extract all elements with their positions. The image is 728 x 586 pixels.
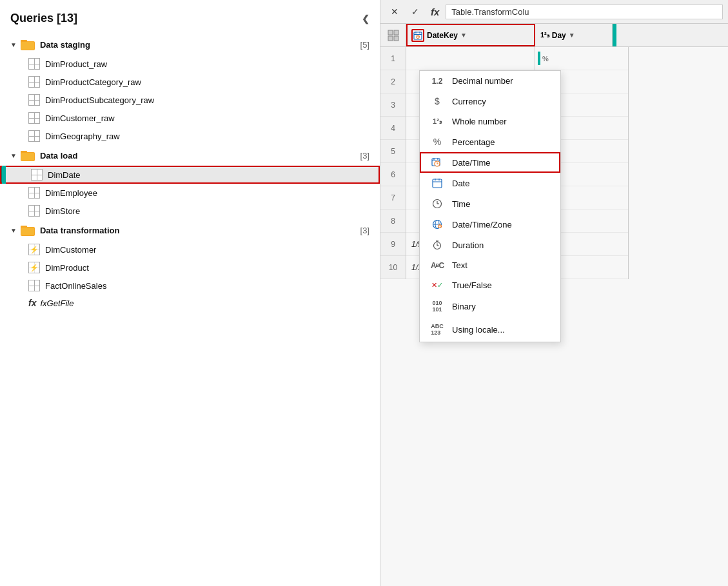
day-dropdown-arrow-icon[interactable]: ▼ <box>569 32 575 39</box>
menu-item-datetime[interactable]: Date/Time <box>420 152 560 173</box>
menu-item-text[interactable]: ABC Text <box>420 255 560 275</box>
row-num-4: 4 <box>380 117 406 140</box>
datekey-type-icon <box>411 29 424 42</box>
active-accent <box>2 166 6 184</box>
datekey-column-header[interactable]: DateKey ▼ <box>406 24 535 46</box>
data-cell <box>551 70 628 93</box>
svg-rect-12 <box>394 36 398 41</box>
cancel-button[interactable]: ✕ <box>386 3 404 21</box>
query-label: DimProduct <box>45 263 89 273</box>
menu-item-label: Date/Time <box>452 158 490 168</box>
menu-item-label: Decimal number <box>452 76 513 86</box>
table-icon <box>31 169 43 181</box>
menu-item-datetimezone[interactable]: Date/Time/Zone <box>420 214 560 235</box>
whole-number-icon: 1²₃ <box>430 117 444 126</box>
query-dimdate[interactable]: DimDate <box>0 166 380 184</box>
data-cell <box>551 93 628 117</box>
main-content-panel: ✕ ✓ fx <box>380 0 728 586</box>
time-icon <box>430 199 444 209</box>
datetimezone-icon <box>430 219 444 230</box>
group-data-staging[interactable]: ▼ Data staging [5] <box>0 34 380 55</box>
triangle-icon: ▼ <box>10 152 17 159</box>
query-label: FactOnlineSales <box>45 281 106 291</box>
query-factonlinesales[interactable]: FactOnlineSales <box>0 277 380 295</box>
menu-item-date[interactable]: Date <box>420 173 560 193</box>
query-dimcustomer[interactable]: ⚡ DimCustomer <box>0 240 380 259</box>
query-dimcustomer-raw[interactable]: DimCustomer_raw <box>0 109 380 127</box>
data-cell <box>551 233 628 256</box>
query-dimproduct-raw[interactable]: DimProduct_raw <box>0 55 380 73</box>
table-icon <box>28 76 40 88</box>
day-type-label: 1²₃ <box>540 31 549 39</box>
query-dimemployee[interactable]: DimEmployee <box>0 184 380 202</box>
svg-rect-2 <box>21 42 34 50</box>
menu-item-duration[interactable]: Duration <box>420 235 560 255</box>
row-num-3: 3 <box>380 93 406 117</box>
data-cell <box>406 47 535 70</box>
calendar-datetime-icon <box>413 31 422 40</box>
query-dimstore[interactable]: DimStore <box>0 202 380 220</box>
menu-item-label: Currency <box>452 97 486 106</box>
triangle-icon: ▼ <box>10 227 17 234</box>
menu-item-whole[interactable]: 1²₃ Whole number <box>420 112 560 132</box>
menu-item-decimal[interactable]: 1.2 Decimal number <box>420 71 560 91</box>
row-numbers: 1 2 3 4 5 6 7 8 9 10 <box>380 47 406 279</box>
menu-item-currency[interactable]: $ Currency <box>420 91 560 112</box>
query-label: fxGetFile <box>40 298 74 308</box>
group-data-load[interactable]: ▼ Data load [3] <box>0 145 380 166</box>
column-header-row: DateKey ▼ 1²₃ Day ▼ <box>380 24 728 47</box>
menu-item-truefalse[interactable]: ✕ ✓ True/False <box>420 275 560 295</box>
formula-bar: ✕ ✓ fx <box>380 0 728 24</box>
fx-symbol: fx <box>427 6 443 17</box>
query-label: DimCustomer_raw <box>45 113 115 123</box>
svg-rect-11 <box>388 36 393 41</box>
menu-item-label: Date/Time/Zone <box>452 220 512 230</box>
row-num-6: 6 <box>380 163 406 186</box>
dropdown-arrow-icon[interactable]: ▼ <box>460 32 467 39</box>
query-list: ▼ Data staging [5] DimProduct_raw DimPro… <box>0 34 380 324</box>
group-transform-label: Data transformation <box>40 226 120 235</box>
menu-item-locale[interactable]: ABC123 Using locale... <box>420 318 560 342</box>
type-dropdown-menu: 1.2 Decimal number $ Currency 1²₃ Whole … <box>419 70 561 342</box>
lightning-table-icon: ⚡ <box>28 262 40 273</box>
query-label: DimGeography_raw <box>45 132 120 141</box>
formula-input[interactable] <box>446 5 723 19</box>
menu-item-label: Using locale... <box>452 325 505 335</box>
query-dimgeography-raw[interactable]: DimGeography_raw <box>0 127 380 145</box>
query-label: DimDate <box>48 170 81 180</box>
folder-icon <box>21 38 35 51</box>
table-icon <box>28 112 40 124</box>
query-dimproduct[interactable]: ⚡ DimProduct <box>0 259 380 277</box>
query-dimproductsubcategory-raw[interactable]: DimProductSubcategory_raw <box>0 91 380 109</box>
confirm-button[interactable]: ✓ <box>406 3 424 21</box>
query-dimproductcategory-raw[interactable]: DimProductCategory_raw <box>0 73 380 91</box>
query-fxgetfile[interactable]: fx fxGetFile <box>0 295 380 311</box>
query-label: DimCustomer <box>45 245 96 255</box>
group-data-transform[interactable]: ▼ Data transformation [3] <box>0 220 380 240</box>
table-icon <box>28 58 40 70</box>
menu-item-time[interactable]: Time <box>420 193 560 214</box>
data-cell <box>551 210 628 233</box>
row-num-7: 7 <box>380 186 406 210</box>
data-cell <box>551 117 628 140</box>
table-icon <box>28 187 40 199</box>
decimal-icon: 1.2 <box>430 77 444 86</box>
menu-item-label: Whole number <box>452 117 507 126</box>
menu-item-percentage[interactable]: % Percentage <box>420 132 560 152</box>
menu-item-label: Binary <box>452 302 476 311</box>
query-label: DimStore <box>45 206 80 216</box>
data-cell <box>551 163 628 186</box>
table-icon <box>28 94 40 106</box>
percentage-icon: % <box>430 137 444 147</box>
menu-item-label: Text <box>452 260 467 270</box>
collapse-button[interactable]: ❮ <box>362 14 369 24</box>
menu-item-binary[interactable]: 010101 Binary <box>420 295 560 318</box>
row-num-9: 9 <box>380 233 406 256</box>
day-col-name: Day <box>552 31 566 40</box>
folder-icon <box>21 224 35 237</box>
row-num-5: 5 <box>380 140 406 163</box>
text-icon: ABC <box>430 261 444 270</box>
query-label: DimProductSubcategory_raw <box>45 95 154 105</box>
day-column-header[interactable]: 1²₃ Day ▼ <box>535 24 613 46</box>
svg-rect-10 <box>394 30 398 35</box>
